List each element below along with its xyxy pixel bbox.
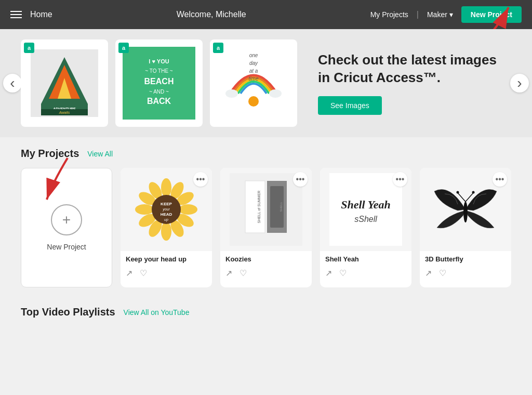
project-card-img-2[interactable]: ••• Shell Yeah sShell	[320, 168, 411, 251]
project-card-img-0[interactable]: •••	[121, 168, 212, 251]
banner-image-3[interactable]: a one day at a time	[210, 40, 297, 127]
share-icon-1[interactable]: ↗	[225, 268, 232, 278]
svg-text:Awaits: Awaits	[59, 111, 70, 114]
project-card-actions-2: ↗ ♡	[320, 268, 411, 283]
project-more-0[interactable]: •••	[193, 172, 208, 187]
home-link[interactable]: Home	[30, 10, 52, 19]
my-projects-section: My Projects View All + New Project •••	[0, 137, 532, 298]
heart-icon-0[interactable]: ♡	[140, 268, 147, 278]
svg-point-52	[463, 202, 468, 222]
adventure-awaits-image: ADVENTURE Awaits	[31, 49, 98, 117]
svg-text:time: time	[249, 76, 259, 82]
svg-text:I ♥ YOU: I ♥ YOU	[149, 58, 169, 64]
see-images-button[interactable]: See Images	[318, 96, 382, 115]
svg-point-18	[248, 96, 259, 107]
project-card-title-0: Keep your head up	[126, 255, 207, 263]
svg-text:BEACH: BEACH	[144, 77, 174, 86]
new-project-plus-icon: +	[51, 204, 82, 235]
project-card-title-2: Shell Yeah	[325, 255, 406, 263]
new-project-button[interactable]: New Project	[461, 6, 522, 23]
banner-images: a ADVENTURE Awaits a I ♥ Y	[21, 40, 297, 127]
share-icon-2[interactable]: ↗	[325, 268, 332, 278]
svg-rect-43	[245, 181, 265, 233]
svg-text:Shell Yeah: Shell Yeah	[341, 198, 391, 211]
heart-icon-1[interactable]: ♡	[240, 268, 247, 278]
heart-icon-3[interactable]: ♡	[439, 268, 446, 278]
bottom-title: Top Video Playlists	[21, 306, 115, 318]
access-badge-1: a	[24, 43, 34, 53]
project-card-img-3[interactable]: •••	[420, 168, 511, 251]
project-card-title-1: Koozies	[225, 255, 307, 263]
new-project-card[interactable]: + New Project	[21, 168, 112, 287]
svg-text:KEEP: KEEP	[161, 202, 172, 206]
svg-text:~ AND ~: ~ AND ~	[149, 89, 169, 95]
my-projects-view-all[interactable]: View All	[87, 150, 113, 158]
menu-icon[interactable]	[10, 11, 22, 18]
projects-grid: + New Project •••	[21, 168, 511, 287]
project-card-info-1: Koozies	[220, 251, 312, 268]
access-badge-3: a	[213, 43, 223, 53]
svg-text:BACK: BACK	[147, 97, 171, 106]
svg-text:SHELL: SHELL	[280, 202, 283, 212]
project-more-3[interactable]: •••	[493, 172, 507, 187]
bottom-section: Top Video Playlists View All on YouTube	[0, 298, 532, 318]
welcome-text: Welcome, Michelle	[61, 10, 362, 19]
svg-point-25	[161, 178, 171, 197]
project-card-1: ••• SHELL of SUMMER SHELL Koozies ↗	[220, 168, 312, 287]
svg-text:HEAD: HEAD	[161, 212, 172, 217]
project-card-title-3: 3D Butterfly	[425, 255, 506, 263]
svg-text:your: your	[162, 207, 170, 212]
my-projects-header: My Projects View All	[21, 148, 511, 160]
chevron-down-icon: ▾	[449, 10, 453, 19]
svg-point-34	[135, 204, 154, 215]
svg-point-16	[225, 89, 238, 98]
header-divider: |	[417, 10, 419, 19]
svg-point-28	[179, 204, 197, 215]
svg-text:sShell: sShell	[354, 215, 377, 223]
project-card-info-3: 3D Butterfly	[420, 251, 511, 268]
shell-yeah-image: Shell Yeah sShell	[329, 173, 402, 246]
header: Home Welcome, Michelle My Projects | Mak…	[0, 0, 532, 29]
new-project-card-label: New Project	[47, 243, 86, 251]
svg-text:at a: at a	[249, 68, 258, 74]
share-icon-0[interactable]: ↗	[126, 268, 132, 278]
project-card-info-0: Keep your head up	[121, 251, 212, 268]
beach-image: I ♥ YOU ~ TO THE ~ BEACH ~ AND ~ BACK	[123, 47, 195, 120]
svg-text:~ TO THE ~: ~ TO THE ~	[145, 68, 173, 74]
banner: ‹ a ADVENTURE Awaits a	[0, 29, 532, 137]
svg-rect-42	[230, 173, 302, 246]
svg-text:up: up	[164, 218, 168, 222]
project-card-img-1[interactable]: ••• SHELL of SUMMER SHELL	[220, 168, 312, 251]
banner-text: Check out the latest images in Cricut Ac…	[308, 51, 511, 115]
svg-text:one: one	[249, 52, 258, 58]
project-card-actions-3: ↗ ♡	[420, 268, 511, 283]
project-card-0: •••	[121, 168, 212, 287]
project-card-3: •••	[420, 168, 511, 287]
share-icon-3[interactable]: ↗	[425, 268, 432, 278]
sunflower-image: KEEP your HEAD up	[130, 173, 203, 246]
banner-image-2[interactable]: a I ♥ YOU ~ TO THE ~ BEACH ~ AND ~ BACK	[115, 40, 203, 127]
project-card-info-2: Shell Yeah	[320, 251, 411, 268]
project-more-2[interactable]: •••	[393, 172, 407, 187]
banner-next-button[interactable]: ›	[510, 74, 529, 93]
project-card-2: ••• Shell Yeah sShell Shell Yeah ↗ ♡	[320, 168, 411, 287]
oneday-image: one day at a time	[217, 47, 290, 120]
maker-dropdown[interactable]: Maker ▾	[427, 10, 453, 19]
my-projects-title: My Projects	[21, 148, 79, 160]
access-badge-2: a	[118, 43, 129, 53]
svg-point-56	[472, 191, 475, 194]
banner-prev-button[interactable]: ‹	[3, 74, 22, 93]
heart-icon-2[interactable]: ♡	[339, 268, 347, 278]
svg-point-31	[161, 222, 171, 241]
my-projects-nav[interactable]: My Projects	[370, 10, 408, 19]
bottom-view-all[interactable]: View All on YouTube	[124, 308, 190, 317]
header-right: My Projects | Maker ▾ New Project	[370, 6, 522, 23]
bottom-header: Top Video Playlists View All on YouTube	[21, 306, 511, 318]
project-more-1[interactable]: •••	[293, 172, 308, 187]
svg-point-17	[269, 89, 282, 98]
svg-text:day: day	[249, 60, 258, 66]
svg-text:SHELL of SUMMER: SHELL of SUMMER	[257, 191, 261, 223]
banner-image-1[interactable]: a ADVENTURE Awaits	[21, 40, 108, 127]
koozies-image: SHELL of SUMMER SHELL	[230, 173, 302, 246]
project-card-actions-1: ↗ ♡	[220, 268, 312, 283]
